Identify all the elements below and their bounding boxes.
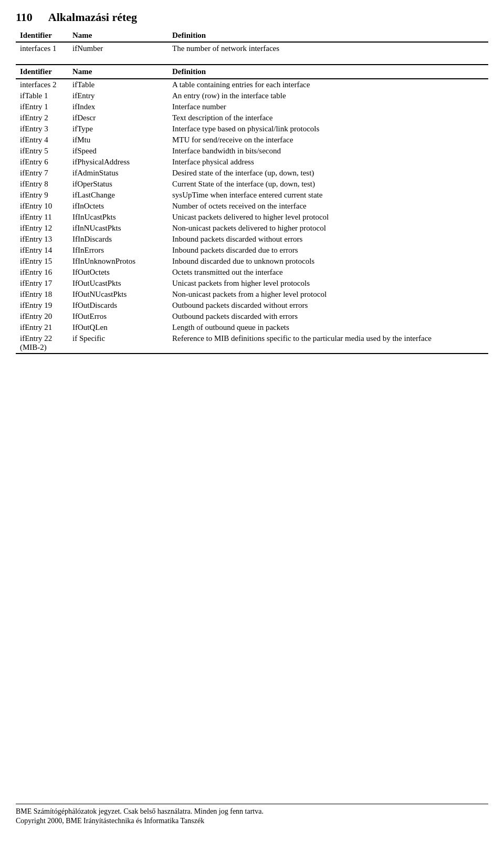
table-row: ifEntry 18IfOutNUcastPktsNon-unicast pac… <box>16 289 488 300</box>
table-row: ifEntry 5ifSpeedInterface bandwidth in b… <box>16 146 488 157</box>
table-cell: Inbound packets discarded without errors <box>168 234 488 245</box>
table-cell: ifMtu <box>68 134 168 146</box>
table-cell: IfInErrors <box>68 245 168 256</box>
table-row: ifEntry 4ifMtuMTU for send/receive on th… <box>16 134 488 146</box>
table-cell: ifEntry 22(MIB-2) <box>16 333 68 354</box>
table-cell: Octets transmitted out the interface <box>168 267 488 278</box>
table-cell: Inbound discarded due to unknown protoco… <box>168 256 488 267</box>
table-row: ifEntry 12ifInNUcastPktsNon-unicast pack… <box>16 223 488 234</box>
table-cell: IfInUcastPkts <box>68 212 168 223</box>
table-cell: ifEntry 4 <box>16 134 68 146</box>
table-cell: ifEntry 19 <box>16 300 68 311</box>
table-cell: ifTable <box>68 79 168 90</box>
footer-line1: BME Számítógéphálózatok jegyzet. Csak be… <box>16 807 488 816</box>
footer-line2: Copyright 2000, BME Irányítástechnika és… <box>16 817 488 825</box>
table-cell: ifNumber <box>68 42 168 55</box>
table-cell: Non-unicast packets delivered to higher … <box>168 223 488 234</box>
table-cell: Outbound packets discarded with errors <box>168 311 488 322</box>
table-row: ifEntry 1ifIndexInterface number <box>16 101 488 112</box>
table-row: ifEntry 7ifAdminStatusDesired state of t… <box>16 168 488 179</box>
main-header-definition: Definition <box>168 65 488 79</box>
table-cell: ifEntry 10 <box>16 201 68 212</box>
table-cell: ifEntry 18 <box>16 289 68 300</box>
table-cell: ifEntry 17 <box>16 278 68 289</box>
table-cell: IfOutUcastPkts <box>68 278 168 289</box>
table-cell: IfOutOctets <box>68 267 168 278</box>
table-cell: Unicast packets delivered to higher leve… <box>168 212 488 223</box>
table-cell: ifTable 1 <box>16 90 68 101</box>
table-cell: if Specific <box>68 333 168 354</box>
table-cell: ifEntry 16 <box>16 267 68 278</box>
top-header-definition: Definition <box>168 29 488 42</box>
main-table: Identifier Name Definition interfaces 2i… <box>16 64 488 354</box>
page-header: 110 Alkalmazási réteg <box>16 11 488 24</box>
table-cell: IfInDiscards <box>68 234 168 245</box>
table-cell: ifIndex <box>68 101 168 112</box>
table-row: ifEntry 17IfOutUcastPktsUnicast packets … <box>16 278 488 289</box>
table-cell: Interface number <box>168 101 488 112</box>
main-header-identifier: Identifier <box>16 65 68 79</box>
table-cell: The number of network interfaces <box>168 42 488 55</box>
chapter-title: Alkalmazási réteg <box>48 11 137 24</box>
table-cell: ifEntry 12 <box>16 223 68 234</box>
table-cell: ifInNUcastPkts <box>68 223 168 234</box>
table-cell: IfInUnknownProtos <box>68 256 168 267</box>
table-cell: Unicast packets from higher level protoc… <box>168 278 488 289</box>
table-row: interfaces 1ifNumberThe number of networ… <box>16 42 488 55</box>
table-row: ifEntry 19IfOutDiscardsOutbound packets … <box>16 300 488 311</box>
table-cell: ifEntry 13 <box>16 234 68 245</box>
table-cell: Interface type based on physical/link pr… <box>168 123 488 134</box>
table-cell: ifEntry 2 <box>16 112 68 123</box>
table-row: ifEntry 13IfInDiscardsInbound packets di… <box>16 234 488 245</box>
top-header-identifier: Identifier <box>16 29 68 42</box>
table-cell: ifEntry <box>68 90 168 101</box>
table-cell: Outbound packets discarded without error… <box>168 300 488 311</box>
table-cell: interfaces 1 <box>16 42 68 55</box>
table-cell: ifEntry 1 <box>16 101 68 112</box>
table-cell: ifEntry 21 <box>16 322 68 333</box>
table-cell: Interface bandwidth in bits/second <box>168 146 488 157</box>
table-row: ifEntry 14IfInErrorsInbound packets disc… <box>16 245 488 256</box>
table-cell: ifInOctets <box>68 201 168 212</box>
table-cell: interfaces 2 <box>16 79 68 90</box>
table-row: ifEntry 3ifTypeInterface type based on p… <box>16 123 488 134</box>
footer: BME Számítógéphálózatok jegyzet. Csak be… <box>16 804 488 825</box>
table-row: ifEntry 2ifDescrText description of the … <box>16 112 488 123</box>
table-cell: Text description of the interface <box>168 112 488 123</box>
table-cell: Desired state of the interface (up, down… <box>168 168 488 179</box>
table-row: ifEntry 22(MIB-2)if SpecificReference to… <box>16 333 488 354</box>
table-cell: ifEntry 5 <box>16 146 68 157</box>
table-cell: ifEntry 9 <box>16 190 68 201</box>
table-cell: ifLastChange <box>68 190 168 201</box>
table-cell: sysUpTime when interface entered current… <box>168 190 488 201</box>
table-row: ifEntry 9ifLastChangesysUpTime when inte… <box>16 190 488 201</box>
table-row: ifEntry 8ifOperStatusCurrent State of th… <box>16 179 488 190</box>
table-cell: IfOutQLen <box>68 322 168 333</box>
table-cell: IfOutDiscards <box>68 300 168 311</box>
table-cell: ifDescr <box>68 112 168 123</box>
table-cell: A table containing entries for each inte… <box>168 79 488 90</box>
top-table: Identifier Name Definition interfaces 1i… <box>16 29 488 55</box>
table-cell: ifEntry 14 <box>16 245 68 256</box>
top-header-name: Name <box>68 29 168 42</box>
table-cell: ifEntry 6 <box>16 157 68 168</box>
table-cell: ifPhysicalAddress <box>68 157 168 168</box>
table-cell: ifEntry 15 <box>16 256 68 267</box>
table-row: ifEntry 20IfOutErrosOutbound packets dis… <box>16 311 488 322</box>
table-row: interfaces 2ifTableA table containing en… <box>16 79 488 90</box>
table-row: ifEntry 11IfInUcastPktsUnicast packets d… <box>16 212 488 223</box>
table-cell: ifEntry 8 <box>16 179 68 190</box>
table-cell: Interface physical address <box>168 157 488 168</box>
table-row: ifEntry 10ifInOctetsNumber of octets rec… <box>16 201 488 212</box>
table-cell: Length of outbound queue in packets <box>168 322 488 333</box>
table-cell: ifEntry 11 <box>16 212 68 223</box>
table-row: ifTable 1ifEntryAn entry (row) in the in… <box>16 90 488 101</box>
page-number: 110 <box>16 11 33 24</box>
main-header-name: Name <box>68 65 168 79</box>
table-row: ifEntry 6ifPhysicalAddressInterface phys… <box>16 157 488 168</box>
table-cell: IfOutNUcastPkts <box>68 289 168 300</box>
table-cell: Reference to MIB definitions specific to… <box>168 333 488 354</box>
table-cell: IfOutErros <box>68 311 168 322</box>
table-cell: Non-unicast packets from a higher level … <box>168 289 488 300</box>
table-row: ifEntry 16IfOutOctetsOctets transmitted … <box>16 267 488 278</box>
